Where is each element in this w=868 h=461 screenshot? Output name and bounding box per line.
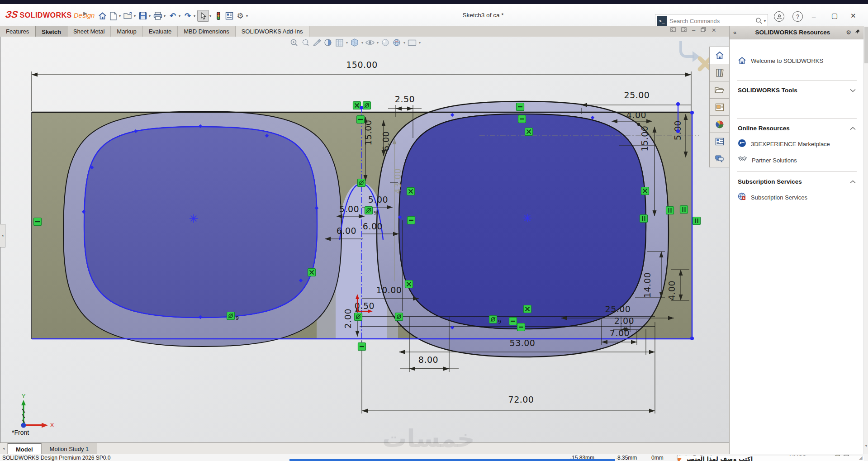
scene-dropdown[interactable]: ▾ [403, 41, 405, 45]
view-orientation-dropdown[interactable]: ▾ [346, 41, 348, 45]
tab-appearances-scenes[interactable] [709, 116, 730, 133]
interference-check-icon[interactable] [213, 10, 224, 21]
options-list-icon[interactable] [224, 10, 235, 21]
section-header-1[interactable]: Online Resources [738, 125, 856, 132]
collapse-pane-icon[interactable]: « [733, 29, 736, 36]
triad-x-label: X [50, 422, 54, 428]
title-bar: ЗS SOLIDWORKS Design ▶ ▾ ▾ ▾ ▾ ↶ ▾ ↷ ▾ [0, 4, 868, 26]
search-icon[interactable] [755, 17, 763, 24]
triad-y-label: Y [22, 393, 26, 399]
taskpane-link-subscription-services[interactable]: Subscription Services [738, 192, 856, 202]
tab-scroll-left-icon[interactable]: ◂ [0, 443, 8, 454]
appearances-icon[interactable] [381, 38, 390, 47]
zoom-fit-icon[interactable] [289, 38, 299, 47]
taskpane-link-partner-solutions[interactable]: Partner Solutions [738, 156, 856, 164]
tab-custom-properties[interactable] [709, 133, 730, 150]
bottom-tab-motion-study-1[interactable]: Motion Study 1 [42, 443, 98, 454]
doc-close-icon[interactable]: ✕ [711, 28, 716, 33]
view-name-label: *Front [12, 429, 29, 436]
save-dropdown[interactable]: ▾ [149, 14, 151, 18]
bottom-tab-model[interactable]: Model [8, 443, 42, 454]
graphics-area[interactable] [0, 37, 730, 442]
feature-tree-collapse-tab[interactable]: ◂ [0, 224, 5, 247]
settings-gear-button[interactable]: ⚙ [235, 10, 246, 21]
ribbon-tab-features[interactable]: Features [0, 26, 35, 37]
print-button[interactable] [152, 10, 163, 21]
pane-pin-icon[interactable] [855, 29, 860, 36]
save-button[interactable] [138, 10, 148, 21]
search-scope-dropdown[interactable]: ▾ [764, 19, 766, 23]
help-icon[interactable]: ? [792, 11, 803, 22]
minimize-button[interactable]: – [812, 14, 816, 20]
view-orientation-icon[interactable] [335, 38, 344, 47]
user-profile-icon[interactable] [774, 11, 784, 22]
document-title: Sketch3 of ca * [463, 12, 504, 19]
hide-show-items-icon[interactable] [365, 38, 375, 47]
maximize-button[interactable]: ▢ [831, 12, 838, 19]
section-header-0[interactable]: SOLIDWORKS Tools [738, 87, 856, 94]
ribbon-tab-solidworks-add-ins[interactable]: SOLIDWORKS Add-Ins [236, 26, 309, 37]
taskpane-link-3dexperience-marketplace[interactable]: 3DEXPERIENCE Marketplace [738, 139, 856, 149]
tab-design-library[interactable] [709, 64, 730, 81]
ribbon-tab-evaluate[interactable]: Evaluate [143, 26, 178, 37]
view-settings-icon[interactable] [408, 38, 417, 47]
section-title: SOLIDWORKS Tools [738, 87, 797, 94]
redo-dropdown[interactable]: ▾ [194, 14, 195, 18]
dock-right-icon[interactable] [681, 27, 687, 33]
tab-file-explorer[interactable] [709, 81, 730, 99]
tab-view-palette[interactable] [709, 99, 730, 116]
section-view-icon[interactable] [323, 38, 332, 47]
search-input[interactable] [667, 18, 755, 24]
task-pane-body: Welcome to SOLIDWORKSSOLIDWORKS ToolsOnl… [730, 39, 864, 214]
home-button[interactable] [97, 10, 108, 21]
open-dropdown[interactable]: ▾ [134, 14, 136, 18]
caption-marker-icon [677, 456, 683, 461]
zoom-area-icon[interactable] [301, 38, 310, 47]
select-tool-button[interactable] [197, 10, 209, 22]
section-header-2[interactable]: Subscription Services [738, 178, 856, 185]
task-pane-scrollbar[interactable]: ▼ [863, 26, 868, 454]
tab-forum[interactable] [709, 150, 730, 167]
item-label: 3DEXPERIENCE Marketplace [751, 141, 830, 147]
task-pane-tab-strip [709, 47, 730, 167]
display-style-dropdown[interactable]: ▾ [361, 41, 363, 45]
pane-options-gear-icon[interactable]: ⚙ [846, 29, 851, 36]
section-divider [737, 118, 857, 119]
dock-left-icon[interactable] [670, 27, 676, 33]
new-document-button[interactable] [108, 10, 119, 21]
external-caption-overlay: اكتب وصف لهذا العنصر [677, 456, 864, 461]
close-button[interactable]: ✕ [850, 12, 856, 19]
redo-button[interactable]: ↷ [182, 10, 193, 21]
print-dropdown[interactable]: ▾ [164, 14, 166, 18]
hide-show-dropdown[interactable]: ▾ [377, 41, 379, 45]
ribbon-tab-sketch[interactable]: Sketch [35, 26, 67, 37]
welcome-to-solidworks-link[interactable]: Welcome to SOLIDWORKS [738, 57, 856, 65]
tab-resources[interactable] [709, 47, 730, 64]
background-window-edge [289, 459, 615, 461]
select-dropdown[interactable]: ▾ [209, 14, 211, 18]
command-prompt-icon: >_ [657, 16, 667, 26]
settings-dropdown[interactable]: ▾ [246, 14, 248, 18]
undo-button[interactable]: ↶ [167, 10, 178, 21]
item-label: Partner Solutions [752, 157, 797, 164]
doc-restore-icon[interactable] [701, 27, 706, 33]
scene-globe-icon[interactable] [392, 38, 401, 47]
ribbon-tab-sheet-metal[interactable]: Sheet Metal [67, 26, 111, 37]
menu-expand-arrow-icon[interactable]: ▶ [83, 10, 87, 16]
task-pane: « SOLIDWORKS Resources ⚙ Welcome to SOLI… [729, 26, 864, 454]
resize-grip[interactable]: ◢ [859, 455, 863, 460]
scrollbar-thumb[interactable] [864, 27, 868, 63]
section-divider [737, 80, 857, 81]
open-button[interactable] [123, 10, 133, 21]
ribbon-tab-mbd-dimensions[interactable]: MBD Dimensions [178, 26, 235, 37]
doc-minimize-icon[interactable]: – [692, 27, 695, 33]
sketch-tool-icon[interactable] [312, 38, 321, 47]
view-settings-dropdown[interactable]: ▾ [419, 41, 421, 45]
scrollbar-down-arrow[interactable]: ▼ [864, 444, 868, 447]
ribbon-tab-markup[interactable]: Markup [111, 26, 142, 37]
display-style-icon[interactable] [350, 38, 359, 47]
heads-up-view-toolbar: ▾ ▾ ▾ ▾ ▾ [289, 38, 421, 47]
undo-dropdown[interactable]: ▾ [179, 14, 180, 18]
solidworks-logo[interactable]: ЗS SOLIDWORKS Design [5, 9, 95, 20]
new-document-dropdown[interactable]: ▾ [119, 14, 121, 18]
